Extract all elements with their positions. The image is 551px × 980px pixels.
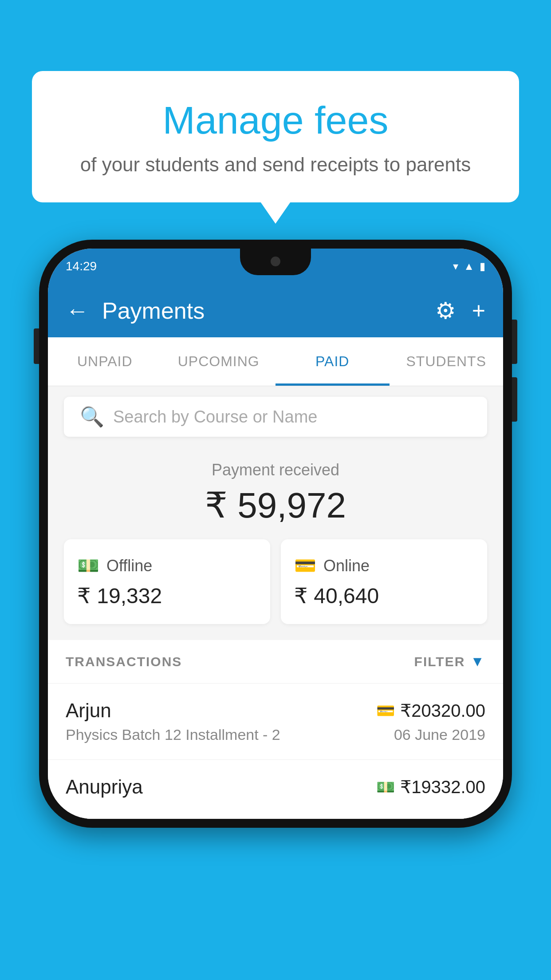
- app-bar: ← Payments ⚙ +: [48, 284, 503, 337]
- online-icon: 💳: [294, 555, 316, 576]
- online-card: 💳 Online ₹ 40,640: [281, 539, 487, 624]
- speech-bubble: Manage fees of your students and send re…: [32, 71, 519, 202]
- search-input[interactable]: Search by Course or Name: [113, 407, 317, 427]
- page-title: Payments: [102, 297, 422, 324]
- speech-bubble-container: Manage fees of your students and send re…: [32, 71, 519, 202]
- filter-icon: ▼: [470, 653, 485, 670]
- bubble-title: Manage fees: [67, 98, 484, 143]
- status-icons: ▾ ▲ ▮: [453, 260, 485, 273]
- search-container: 🔍 Search by Course or Name: [48, 386, 503, 447]
- online-amount: ₹ 40,640: [294, 583, 474, 608]
- transaction-offline-icon: 💵: [376, 778, 395, 796]
- transaction-amount-wrap-arjun: 💳 ₹20320.00: [376, 700, 485, 721]
- phone-screen: 14:29 ▾ ▲ ▮ ← Payments ⚙ + UNPAID: [48, 249, 503, 819]
- add-icon[interactable]: +: [472, 297, 485, 324]
- payment-cards: 💵 Offline ₹ 19,332 💳 Online ₹ 40,640: [64, 539, 487, 624]
- status-time: 14:29: [66, 259, 97, 273]
- status-bar: 14:29 ▾ ▲ ▮: [48, 249, 503, 284]
- transaction-row-anupriya[interactable]: Anupriya 💵 ₹19332.00: [48, 760, 503, 819]
- transaction-amount-wrap-anupriya: 💵 ₹19332.00: [376, 777, 485, 797]
- offline-label: Offline: [106, 557, 152, 575]
- transaction-row-arjun[interactable]: Arjun 💳 ₹20320.00 Physics Batch 12 Insta…: [48, 684, 503, 760]
- transaction-amount-arjun: ₹20320.00: [400, 700, 485, 721]
- transaction-online-icon: 💳: [376, 702, 395, 719]
- payment-summary: Payment received ₹ 59,972 💵 Offline ₹ 19…: [48, 447, 503, 640]
- transaction-name-anupriya: Anupriya: [66, 776, 143, 798]
- transactions-header: TRANSACTIONS FILTER ▼: [48, 640, 503, 684]
- offline-icon: 💵: [77, 555, 99, 576]
- transactions-label: TRANSACTIONS: [66, 654, 182, 669]
- payment-received-label: Payment received: [64, 461, 487, 479]
- tab-unpaid[interactable]: UNPAID: [48, 337, 162, 386]
- online-card-header: 💳 Online: [294, 555, 474, 576]
- app-bar-actions: ⚙ +: [435, 297, 485, 324]
- power-button-bottom: [512, 377, 517, 422]
- transaction-name-arjun: Arjun: [66, 699, 111, 722]
- volume-button: [34, 328, 39, 364]
- transaction-top-anupriya: Anupriya 💵 ₹19332.00: [66, 776, 485, 798]
- tab-paid[interactable]: PAID: [276, 337, 390, 386]
- filter-label: FILTER: [414, 654, 465, 669]
- transaction-top-arjun: Arjun 💳 ₹20320.00: [66, 699, 485, 722]
- notch: [240, 249, 311, 275]
- phone-frame: 14:29 ▾ ▲ ▮ ← Payments ⚙ + UNPAID: [39, 240, 512, 828]
- power-button-top: [512, 320, 517, 364]
- signal-icon: ▲: [464, 260, 474, 273]
- tabs-bar: UNPAID UPCOMING PAID STUDENTS: [48, 337, 503, 386]
- transaction-amount-anupriya: ₹19332.00: [400, 777, 485, 797]
- search-icon: 🔍: [80, 405, 104, 428]
- settings-icon[interactable]: ⚙: [435, 297, 456, 324]
- transaction-bottom-arjun: Physics Batch 12 Installment - 2 06 June…: [66, 726, 485, 743]
- online-label: Online: [323, 557, 370, 575]
- payment-total-amount: ₹ 59,972: [64, 485, 487, 526]
- filter-button[interactable]: FILTER ▼: [414, 653, 485, 670]
- bubble-subtitle: of your students and send receipts to pa…: [67, 154, 484, 176]
- wifi-icon: ▾: [453, 260, 458, 273]
- battery-icon: ▮: [480, 260, 485, 273]
- offline-card: 💵 Offline ₹ 19,332: [64, 539, 270, 624]
- transaction-course-arjun: Physics Batch 12 Installment - 2: [66, 726, 280, 743]
- tab-upcoming[interactable]: UPCOMING: [162, 337, 276, 386]
- search-bar[interactable]: 🔍 Search by Course or Name: [64, 397, 487, 437]
- tab-students[interactable]: STUDENTS: [390, 337, 504, 386]
- transaction-date-arjun: 06 June 2019: [394, 726, 485, 743]
- back-button[interactable]: ←: [66, 297, 89, 324]
- camera: [271, 257, 280, 266]
- offline-card-header: 💵 Offline: [77, 555, 257, 576]
- offline-amount: ₹ 19,332: [77, 583, 257, 608]
